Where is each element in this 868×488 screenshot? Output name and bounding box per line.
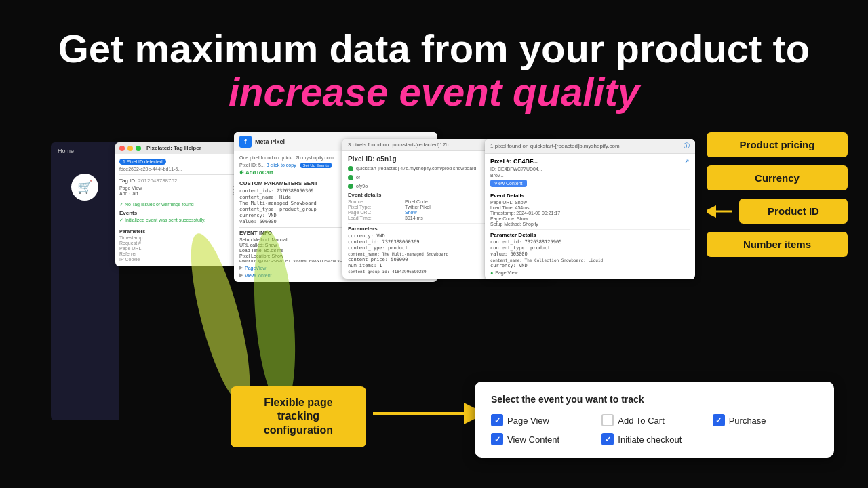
headline-line2: increase event quality	[0, 70, 868, 114]
dot-green	[136, 146, 141, 151]
checkbox-item[interactable]: Add To Cart	[601, 414, 707, 426]
number-items-label: Number items	[707, 232, 848, 257]
svg-point-1	[248, 229, 301, 408]
checkbox-box[interactable]: ✓	[713, 414, 725, 426]
checkmark-icon: ✓	[494, 435, 500, 444]
checkbox-item[interactable]: ✓Page View	[491, 414, 596, 426]
checkbox-label: Add To Cart	[618, 415, 664, 426]
panel-right: 1 pixel found on quickstart-[redacted]b.…	[485, 139, 695, 279]
right-header-text: 1 pixel found on quickstart-[redacted]b.…	[490, 143, 620, 149]
checkmark-icon: ✓	[605, 435, 611, 444]
right-content: Pixel #: CE4BF... ID: CE4BFWC77UD04... B…	[485, 154, 695, 279]
checkbox-label: Initiate checkout	[618, 434, 682, 445]
param-details-right: Parameter Details content_id: 7326388125…	[490, 229, 690, 268]
checkbox-label: Page View	[507, 415, 549, 426]
checkbox-box[interactable]: ✓	[491, 414, 503, 426]
right-header: 1 pixel found on quickstart-[redacted]b.…	[485, 139, 695, 154]
event-tracking-panel: Select the event you want to track ✓Page…	[475, 382, 834, 458]
detail-page-code: Page Code: Show	[490, 216, 690, 221]
headline-line1: Get maximum data from your product to	[0, 27, 868, 70]
checkbox-box[interactable]	[601, 414, 614, 426]
pixel2-name: of	[356, 174, 360, 181]
green-dot-1	[348, 166, 353, 171]
flexible-line1: Flexible page tracking	[264, 396, 332, 422]
green-dot-2	[348, 175, 353, 180]
pixel-id-right-section: Pixel #: CE4BF... ID: CE4BFWC77UD04... B…	[490, 158, 542, 190]
product-id-label: Product ID	[739, 199, 848, 224]
checkbox-item[interactable]: ✓Initiate checkout	[601, 433, 707, 445]
flexible-label: Flexible page tracking configuration	[231, 386, 366, 447]
detail-page-url: Page URL: Show	[490, 200, 690, 205]
sidebar-home-label: Home	[51, 142, 119, 160]
dot-red	[119, 146, 125, 151]
checkbox-label: View Content	[507, 434, 559, 445]
checkmark-icon: ✓	[715, 416, 722, 425]
detail-setup-method: Setup Method: Shopify	[490, 222, 690, 226]
meta-icon: f	[239, 136, 252, 148]
right-content-type: content_type: product	[490, 245, 690, 251]
dot-yellow	[127, 146, 133, 151]
checkmark-icon: ✓	[494, 416, 500, 425]
right-currency: currency: VND	[490, 263, 690, 268]
flexible-arrow	[366, 393, 488, 434]
detail-load-time: Load Time: 454ms	[490, 205, 690, 210]
page-view-right: ● Page View	[490, 270, 690, 275]
external-link-icon[interactable]: ↗	[684, 158, 690, 165]
product-id-arrow	[707, 205, 734, 218]
shopify-sidebar: Home 🛒	[51, 142, 119, 420]
right-content-id: content_id: 7326388125905	[490, 239, 690, 245]
product-id-row: Product ID	[707, 199, 848, 224]
right-header-link: ⓘ	[684, 142, 690, 150]
checkbox-item[interactable]: ✓View Content	[491, 433, 596, 445]
event-panel-title: Select the event you want to track	[491, 394, 818, 405]
pixel3-name: ofy9o	[356, 183, 368, 190]
checkbox-box[interactable]: ✓	[601, 433, 614, 445]
right-top-row: Pixel #: CE4BF... ID: CE4BFWC77UD04... B…	[490, 158, 690, 190]
headline-section: Get maximum data from your product to in…	[0, 27, 868, 114]
checkboxes-grid: ✓Page ViewAdd To Cart✓Purchase✓View Cont…	[491, 414, 818, 445]
detected-badge: 1 Pixel ID detected	[119, 159, 166, 165]
param-details-title: Parameter Details	[490, 232, 690, 238]
pixel-id-val: ID: CE4BFWC77UD04...	[490, 167, 542, 171]
checkbox-item[interactable]: ✓Purchase	[713, 414, 818, 426]
currency-label: Currency	[707, 165, 848, 190]
green-dot-3	[348, 184, 353, 189]
labels-section: Product pricing Currency Product ID Numb…	[707, 132, 848, 257]
pixel-id-right: Pixel #: CE4BF...	[490, 158, 542, 165]
pixel1-name: quickstart-[redacted] 47b.myshopify.com/…	[356, 165, 476, 172]
panel-title: Pixelated: Tag Helper	[146, 145, 201, 151]
browse-row: Brov...	[490, 173, 542, 178]
detail-timestamp: Timestamp: 2024-01-08 09:21:17	[490, 211, 690, 216]
product-pricing-label: Product pricing	[707, 132, 848, 157]
checkbox-label: Purchase	[729, 415, 766, 426]
right-value: value: 603000	[490, 251, 690, 257]
checkbox-box[interactable]: ✓	[491, 433, 503, 445]
flexible-line2: configuration	[264, 424, 333, 436]
svg-point-0	[179, 228, 261, 409]
event-details-right: Event Details	[490, 192, 690, 199]
right-content-name: content_name: The Collection Snowboard: …	[490, 258, 690, 262]
view-content-btn[interactable]: View Content	[490, 180, 527, 187]
